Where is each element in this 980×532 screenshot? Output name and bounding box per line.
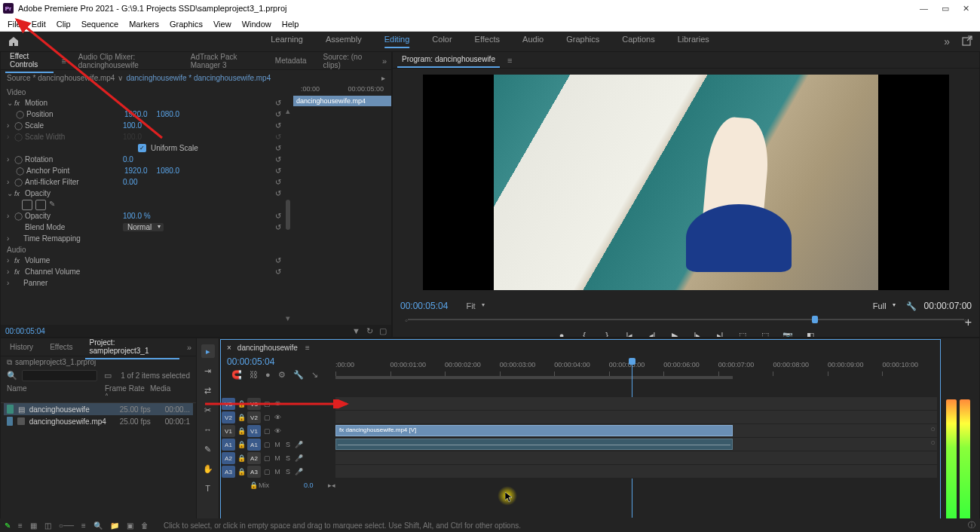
- new-bin-icon[interactable]: ▭: [104, 371, 112, 381]
- mark-out-icon[interactable]: }: [601, 329, 613, 338]
- menu-help[interactable]: Help: [277, 18, 304, 30]
- zoom-fit-dropdown[interactable]: Fit: [461, 301, 487, 310]
- solo-icon[interactable]: S: [283, 468, 293, 475]
- stopwatch-icon[interactable]: ◯: [14, 121, 25, 130]
- program-playhead[interactable]: [812, 316, 818, 323]
- track-a3[interactable]: [335, 465, 937, 478]
- col-media[interactable]: Media: [150, 384, 170, 401]
- fx-badge-icon[interactable]: fx: [14, 190, 25, 197]
- timeline-clip-audio[interactable]: [335, 439, 733, 450]
- lock-icon[interactable]: 🔒: [236, 414, 247, 421]
- stopwatch-icon[interactable]: ◯: [16, 167, 26, 175]
- menu-view[interactable]: View: [209, 18, 236, 30]
- col-name[interactable]: Name: [7, 384, 105, 401]
- step-forward-icon[interactable]: |▸: [691, 329, 703, 338]
- solo-icon[interactable]: S: [283, 454, 293, 462]
- new-item-icon[interactable]: ▣: [127, 521, 133, 530]
- resolution-dropdown[interactable]: Full: [868, 301, 899, 310]
- workspace-audio[interactable]: Audio: [522, 35, 544, 48]
- toggle-output-icon[interactable]: ▢: [262, 400, 272, 408]
- go-to-in-icon[interactable]: |◂: [623, 329, 635, 338]
- minimize-button[interactable]: —: [920, 4, 928, 14]
- menu-edit[interactable]: Edit: [27, 18, 51, 30]
- toggle-output-icon[interactable]: ▢: [262, 441, 272, 448]
- type-tool-icon[interactable]: T: [201, 482, 215, 495]
- reset-icon[interactable]: ↺: [275, 121, 281, 130]
- anchor-x[interactable]: 1920.0: [124, 167, 157, 175]
- eye-icon[interactable]: 👁: [272, 414, 283, 421]
- sequence-tab[interactable]: dancinghousewife: [237, 344, 298, 352]
- twisty-icon[interactable]: ›: [7, 234, 14, 243]
- lock-icon[interactable]: 🔒: [236, 468, 247, 475]
- program-scrubber[interactable]: ◦ ◦: [400, 316, 972, 323]
- reset-icon[interactable]: ↺: [275, 189, 281, 197]
- twisty-icon[interactable]: ⌄: [7, 189, 14, 197]
- sort-icon[interactable]: ≡: [81, 521, 86, 530]
- button-editor-icon[interactable]: +: [965, 316, 972, 329]
- stopwatch-icon[interactable]: ◯: [16, 110, 26, 118]
- stopwatch-icon[interactable]: ◯: [14, 212, 25, 220]
- export-frame-icon[interactable]: 📷: [782, 329, 794, 338]
- twisty-icon[interactable]: ›: [7, 155, 14, 164]
- reset-icon[interactable]: ↺: [275, 155, 281, 164]
- ruler-tick[interactable]: 00:00:03:00: [500, 361, 555, 376]
- ruler-tick[interactable]: 00:00:02:00: [445, 361, 500, 376]
- mark-in-icon[interactable]: {: [578, 329, 590, 338]
- new-bin-icon[interactable]: 📁: [110, 521, 119, 530]
- extract-icon[interactable]: ⬚: [759, 329, 771, 338]
- track-target-a2[interactable]: A2: [247, 452, 261, 464]
- workspace-captions[interactable]: Captions: [622, 35, 654, 48]
- ruler-tick[interactable]: 00:00:05:00: [609, 361, 664, 376]
- menu-window[interactable]: Window: [237, 18, 276, 30]
- go-to-out-icon[interactable]: ▸|: [714, 329, 726, 338]
- tab-metadata[interactable]: Metadata: [271, 54, 311, 68]
- insert-icon[interactable]: ↘: [311, 370, 318, 380]
- tab-menu-icon[interactable]: ≡: [305, 344, 310, 352]
- track-target-a1[interactable]: A1: [247, 439, 261, 451]
- workspace-assembly[interactable]: Assembly: [326, 35, 362, 48]
- track-scroll-handle[interactable]: ○: [930, 424, 936, 433]
- twisty-icon[interactable]: ›: [7, 121, 14, 130]
- ruler-tick[interactable]: 00:00:09:00: [828, 361, 883, 376]
- blend-mode-dropdown[interactable]: Normal: [123, 223, 164, 231]
- wrench-icon[interactable]: 🔧: [293, 370, 304, 380]
- prop-motion[interactable]: Motion: [25, 99, 123, 107]
- add-marker-icon[interactable]: ●: [556, 329, 568, 338]
- track-v3[interactable]: [335, 397, 937, 411]
- lock-icon[interactable]: 🔒: [248, 482, 259, 489]
- mask-pen-icon[interactable]: ✎: [49, 200, 60, 210]
- prop-opacity-group[interactable]: Opacity: [25, 189, 123, 197]
- tab-effects[interactable]: Effects: [45, 340, 77, 354]
- menu-sequence[interactable]: Sequence: [77, 18, 124, 30]
- voiceover-icon[interactable]: 🎤: [293, 454, 304, 462]
- lock-icon[interactable]: 🔒: [236, 400, 247, 408]
- workspace-color[interactable]: Color: [432, 35, 452, 48]
- opacity-val[interactable]: 100.0 %: [123, 212, 160, 220]
- lock-icon[interactable]: 🔒: [236, 441, 247, 448]
- home-icon[interactable]: [8, 35, 20, 47]
- maximize-button[interactable]: ▭: [942, 4, 949, 14]
- list-view-icon[interactable]: ≡: [18, 521, 23, 530]
- loop-icon[interactable]: ↻: [366, 326, 373, 336]
- tab-menu-icon[interactable]: ≡: [507, 56, 512, 65]
- tab-source[interactable]: Source: (no clips): [319, 51, 375, 72]
- ruler-tick[interactable]: :00:00: [335, 361, 390, 376]
- tab-project[interactable]: Project: sampleproject3_1: [85, 338, 179, 359]
- source-patch-a1[interactable]: A1: [222, 439, 235, 451]
- workspace-learning[interactable]: Learning: [271, 35, 303, 48]
- source-patch-a3[interactable]: A3: [222, 466, 235, 478]
- track-target-a3[interactable]: A3: [247, 466, 261, 478]
- workspace-overflow-icon[interactable]: »: [944, 35, 950, 47]
- play-icon[interactable]: ▶: [669, 329, 681, 338]
- col-framerate[interactable]: Frame Rate ˄: [105, 384, 150, 401]
- ec-scrollbar[interactable]: ▴▾: [284, 106, 292, 323]
- settings-icon[interactable]: 🔧: [906, 301, 917, 311]
- linked-selection-icon[interactable]: ⛓: [250, 370, 258, 380]
- workspace-graphics[interactable]: Graphics: [566, 35, 599, 48]
- ripple-edit-tool-icon[interactable]: ⇄: [201, 384, 215, 397]
- ruler-tick[interactable]: 00:00:10:00: [882, 361, 937, 376]
- freeform-icon[interactable]: ◫: [44, 521, 51, 530]
- snap-icon[interactable]: 🧲: [231, 370, 242, 380]
- mute-icon[interactable]: M: [272, 468, 283, 475]
- comparison-icon[interactable]: ◧: [804, 329, 816, 338]
